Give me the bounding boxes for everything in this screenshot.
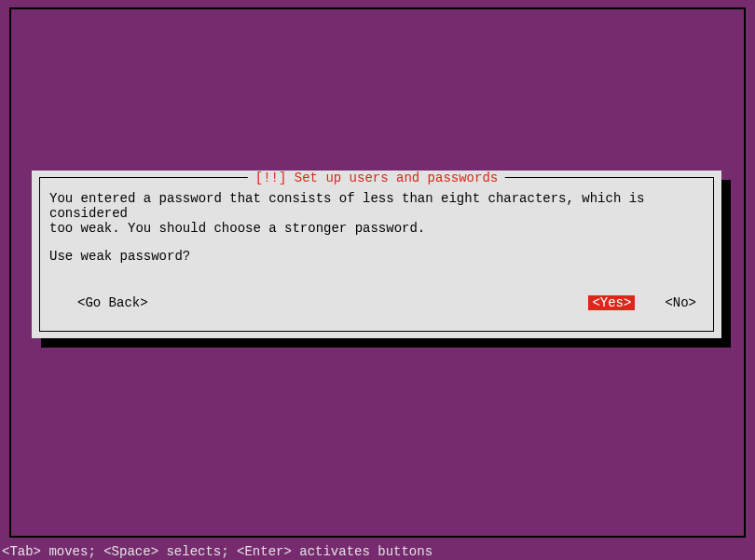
- status-bar: <Tab> moves; <Space> selects; <Enter> ac…: [0, 543, 755, 560]
- dialog-border: [!!] Set up users and passwords You ente…: [39, 177, 714, 332]
- password-dialog: [!!] Set up users and passwords You ente…: [32, 171, 721, 338]
- dialog-content: You entered a password that consists of …: [49, 191, 704, 264]
- button-row: <Go Back> <Yes> <No>: [57, 295, 696, 310]
- go-back-button[interactable]: <Go Back>: [77, 295, 148, 310]
- dialog-prompt: Use weak password?: [49, 249, 704, 264]
- dialog-title: [!!] Set up users and passwords: [248, 171, 505, 185]
- dialog-message: You entered a password that consists of …: [49, 191, 704, 236]
- status-text: <Tab> moves; <Space> selects; <Enter> ac…: [2, 544, 432, 559]
- no-button[interactable]: <No>: [665, 295, 696, 310]
- button-right-group: <Yes> <No>: [588, 295, 696, 310]
- yes-button[interactable]: <Yes>: [588, 295, 635, 310]
